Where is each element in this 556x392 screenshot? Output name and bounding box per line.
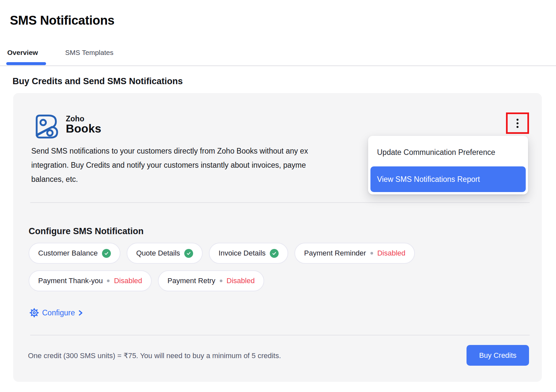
check-circle-icon [184, 249, 193, 258]
pill-label: Payment Thank-you [38, 277, 103, 285]
zoho-books-logo-icon [34, 111, 61, 140]
check-circle-icon [102, 249, 111, 258]
bullet-dot [107, 280, 110, 282]
pill-label: Customer Balance [38, 249, 98, 257]
configure-link-label: Configure [42, 308, 75, 317]
pill-label: Payment Reminder [304, 249, 366, 257]
pill-payment-retry[interactable]: Payment Retry Disabled [158, 270, 264, 291]
description-line-1: Send SMS notifications to your customers… [31, 144, 308, 158]
context-menu: Update Communication Preference View SMS… [368, 136, 528, 194]
divider [30, 335, 530, 335]
pill-label: Quote Details [136, 249, 180, 257]
card-description: Send SMS notifications to your customers… [31, 144, 308, 186]
tabs-divider [0, 65, 556, 66]
pill-label: Invoice Details [218, 249, 265, 257]
chevron-right-icon [78, 309, 83, 316]
status-badge: Disabled [114, 277, 142, 285]
configure-sms-heading: Configure SMS Notification [29, 226, 143, 236]
menu-item-view-sms-notifications-report[interactable]: View SMS Notifications Report [370, 166, 526, 192]
status-badge: Disabled [377, 249, 406, 257]
active-tab-underline [6, 62, 46, 65]
buy-credits-button[interactable]: Buy Credits [467, 345, 529, 366]
pill-customer-balance[interactable]: Customer Balance [29, 243, 120, 264]
gear-icon [29, 308, 39, 318]
status-badge: Disabled [227, 277, 255, 285]
pill-label: Payment Retry [167, 277, 215, 285]
section-heading: Buy Credits and Send SMS Notifications [13, 76, 183, 86]
pill-invoice-details[interactable]: Invoice Details [209, 243, 288, 264]
page-title: SMS Notifications [10, 13, 114, 28]
divider [30, 202, 530, 203]
pill-payment-thank-you[interactable]: Payment Thank-you Disabled [29, 270, 152, 291]
brand-name-bottom: Books [66, 123, 101, 135]
brand-wordmark: Zoho Books [66, 115, 101, 135]
pill-payment-reminder[interactable]: Payment Reminder Disabled [294, 243, 415, 264]
bullet-dot [220, 280, 222, 282]
tab-overview[interactable]: Overview [7, 49, 38, 57]
kebab-menu-icon [517, 119, 518, 128]
sms-type-pills: Customer Balance Quote Details Invoice D… [29, 243, 415, 291]
configure-link[interactable]: Configure [29, 308, 83, 318]
credit-pricing-note: One credit (300 SMS units) = ₹75. You wi… [28, 352, 281, 360]
menu-item-update-communication-preference[interactable]: Update Communication Preference [370, 138, 526, 166]
zoho-books-brand: Zoho Books [34, 111, 101, 140]
check-circle-icon [270, 249, 279, 258]
pill-row-1: Customer Balance Quote Details Invoice D… [29, 243, 415, 264]
tab-sms-templates[interactable]: SMS Templates [65, 49, 114, 57]
kebab-menu-button[interactable] [506, 112, 529, 134]
pill-row-2: Payment Thank-you Disabled Payment Retry… [29, 270, 415, 291]
description-line-2: integration. Buy Credits and notify your… [31, 158, 308, 172]
bullet-dot [370, 252, 373, 255]
brand-name-top: Zoho [66, 115, 101, 123]
pill-quote-details[interactable]: Quote Details [127, 243, 203, 264]
sms-notifications-card: Zoho Books Send SMS notifications to you… [13, 93, 542, 382]
description-line-3: balances, etc. [31, 172, 308, 186]
